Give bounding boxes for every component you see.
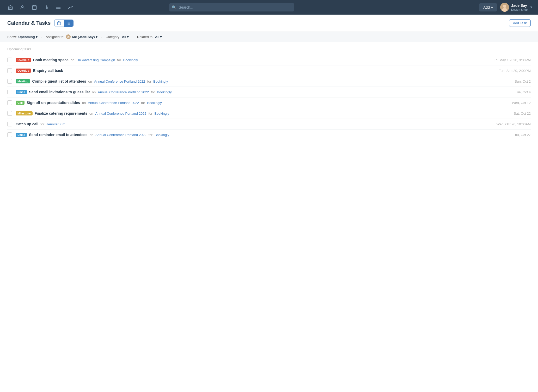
show-chevron-icon: ▾ bbox=[36, 35, 38, 39]
task-for-text: for bbox=[151, 90, 155, 94]
task-for-text: for bbox=[149, 133, 152, 137]
task-project-link[interactable]: Annual Conference Portland 2022 bbox=[94, 79, 145, 83]
task-date: Sat, Oct 22 bbox=[484, 112, 531, 115]
task-badge: Overdue bbox=[16, 58, 31, 62]
task-list-section: Upcoming tasks OverdueBook meeting space… bbox=[0, 42, 538, 145]
task-for-text: for bbox=[147, 79, 151, 83]
task-title: Send reminder email to attendees bbox=[29, 133, 87, 137]
navbar: 🔍 Add + Jade Say Design Shop ▼ bbox=[0, 0, 538, 15]
task-content: CallSign off on presentation slides on A… bbox=[16, 101, 480, 105]
task-content: EmailSend reminder email to attendees on… bbox=[16, 133, 480, 137]
view-toggles bbox=[54, 20, 74, 27]
task-content: MeetingCompile guest list of attendees o… bbox=[16, 79, 480, 83]
task-client-link[interactable]: Jennifer Kim bbox=[46, 122, 65, 126]
task-date: Thu, Oct 27 bbox=[484, 133, 531, 137]
task-date: Fri, May 1 2020, 3:00PM bbox=[484, 58, 531, 62]
task-for-text: for bbox=[117, 58, 121, 62]
avatar bbox=[500, 3, 509, 12]
filter-sep-3: · bbox=[132, 35, 133, 39]
assigned-label: Assigned to: bbox=[46, 35, 64, 39]
task-on-text: on bbox=[89, 133, 93, 137]
task-date: Tue, Oct 4 bbox=[484, 90, 531, 94]
task-client-link[interactable]: Bookingly bbox=[123, 58, 138, 62]
calendar-icon[interactable] bbox=[29, 3, 40, 12]
assigned-filter[interactable]: JS Me (Jade Say) ▾ bbox=[66, 34, 97, 39]
task-for-text: for bbox=[40, 122, 44, 126]
task-row: EmailSend email invitations to guess lis… bbox=[7, 87, 531, 97]
task-badge: Call bbox=[16, 101, 25, 105]
task-project-link[interactable]: UK Advertising Campaign bbox=[76, 58, 115, 62]
user-name: Jade Say bbox=[511, 3, 528, 8]
task-content: OverdueBook meeting space on UK Advertis… bbox=[16, 58, 480, 62]
related-filter[interactable]: All ▾ bbox=[155, 35, 162, 39]
chart-icon[interactable] bbox=[41, 3, 52, 12]
task-checkbox[interactable] bbox=[7, 132, 12, 137]
trending-icon[interactable] bbox=[65, 3, 76, 11]
person-icon[interactable] bbox=[17, 3, 28, 12]
task-badge: Overdue bbox=[16, 69, 31, 73]
user-info: Jade Say Design Shop bbox=[511, 3, 528, 11]
task-client-link[interactable]: Bookingly bbox=[153, 79, 168, 83]
task-content: OverdueEnquiry call back bbox=[16, 69, 480, 73]
search-bar: 🔍 bbox=[169, 3, 294, 11]
category-filter[interactable]: All ▾ bbox=[122, 35, 129, 39]
task-client-link[interactable]: Bookingly bbox=[147, 101, 162, 105]
task-list: OverdueBook meeting space on UK Advertis… bbox=[7, 55, 531, 140]
task-row: CallSign off on presentation slides on A… bbox=[7, 97, 531, 108]
task-checkbox[interactable] bbox=[7, 111, 12, 116]
show-filter[interactable]: Upcoming ▾ bbox=[18, 35, 38, 39]
search-input[interactable] bbox=[169, 3, 294, 11]
add-task-button[interactable]: Add Task bbox=[509, 19, 531, 27]
task-project-link[interactable]: Annual Conference Portland 2022 bbox=[98, 90, 149, 94]
svg-point-0 bbox=[22, 5, 23, 7]
page-header: Calendar & Tasks Add Task bbox=[0, 15, 538, 32]
page-title: Calendar & Tasks bbox=[7, 20, 51, 26]
task-badge: Email bbox=[16, 90, 27, 94]
add-button[interactable]: Add + bbox=[479, 3, 497, 11]
task-client-link[interactable]: Bookingly bbox=[155, 112, 169, 115]
calendar-view-button[interactable] bbox=[54, 20, 64, 27]
task-checkbox[interactable] bbox=[7, 58, 12, 62]
filter-bar: Show: Upcoming ▾ · Assigned to: JS Me (J… bbox=[0, 32, 538, 42]
task-date: Sun, Oct 2 bbox=[484, 79, 531, 83]
task-checkbox[interactable] bbox=[7, 68, 12, 73]
tasks-section-label: Upcoming tasks bbox=[7, 47, 531, 51]
task-checkbox[interactable] bbox=[7, 79, 12, 84]
task-on-text: on bbox=[82, 101, 86, 105]
task-title: Sign off on presentation slides bbox=[27, 101, 80, 105]
svg-rect-1 bbox=[33, 5, 36, 9]
home-icon[interactable] bbox=[5, 3, 16, 12]
task-title: Finalize catering requirements bbox=[35, 111, 87, 115]
menu-icon[interactable] bbox=[53, 3, 64, 12]
task-row: MeetingCompile guest list of attendees o… bbox=[7, 76, 531, 87]
filter-sep-1: · bbox=[41, 35, 42, 39]
list-view-button[interactable] bbox=[64, 20, 73, 27]
task-row: OverdueEnquiry call backTue, Sep 20, 2:0… bbox=[7, 65, 531, 76]
task-title: Catch up call bbox=[16, 122, 38, 126]
task-date: Wed, Oct 12 bbox=[484, 101, 531, 105]
task-client-link[interactable]: Bookingly bbox=[155, 133, 169, 137]
task-project-link[interactable]: Annual Conference Portland 2022 bbox=[95, 133, 146, 137]
user-menu[interactable]: Jade Say Design Shop ▼ bbox=[500, 3, 533, 12]
task-checkbox[interactable] bbox=[7, 90, 12, 94]
task-content: EmailSend email invitations to guess lis… bbox=[16, 90, 480, 94]
task-checkbox[interactable] bbox=[7, 100, 12, 105]
task-badge: Milestone bbox=[16, 111, 33, 115]
task-content: MilestoneFinalize catering requirements … bbox=[16, 111, 480, 115]
task-project-link[interactable]: Annual Conference Portland 2022 bbox=[88, 101, 139, 105]
task-content: Catch up call for Jennifer Kim bbox=[16, 122, 480, 126]
svg-rect-14 bbox=[58, 22, 61, 25]
task-client-link[interactable]: Bookingly bbox=[157, 90, 172, 94]
nav-right: Add + Jade Say Design Shop ▼ bbox=[479, 3, 533, 12]
filter-sep-2: · bbox=[101, 35, 102, 39]
task-checkbox[interactable] bbox=[7, 122, 12, 126]
task-project-link[interactable]: Annual Conference Portland 2022 bbox=[95, 112, 146, 115]
task-title: Book meeting space bbox=[33, 58, 69, 62]
category-chevron-icon: ▾ bbox=[127, 35, 129, 39]
related-label: Related to: bbox=[137, 35, 154, 39]
task-badge: Meeting bbox=[16, 79, 30, 83]
task-badge: Email bbox=[16, 133, 27, 137]
task-on-text: on bbox=[71, 58, 74, 62]
task-title: Send email invitations to guess list bbox=[29, 90, 90, 94]
task-on-text: on bbox=[92, 90, 96, 94]
